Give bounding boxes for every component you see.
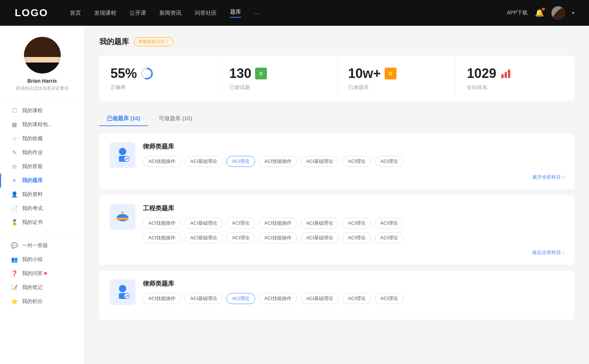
stat-banks-top: 10w+ ≡: [348, 66, 445, 81]
nav-opencourse[interactable]: 公开课: [130, 10, 146, 17]
sidebar-item-course-package[interactable]: ▦ 我的课程包...: [0, 118, 84, 132]
qbank-footer-1[interactable]: 展开全部科目 ›: [110, 174, 564, 181]
stat-questions: 130 ≡ 已做试题: [218, 56, 337, 101]
sidebar-item-qa-mine[interactable]: ⊙ 我的答疑: [0, 160, 84, 174]
tag-3-1[interactable]: ACI基础理论: [185, 293, 223, 304]
tag-3-6[interactable]: ACI理论: [375, 293, 403, 304]
engineer-icon: [110, 204, 135, 230]
user-menu-chevron[interactable]: ▾: [572, 10, 574, 15]
sidebar-item-qbank[interactable]: ≡ 我的题库: [0, 174, 84, 188]
notes-icon: 📝: [11, 284, 18, 291]
tag-2-0-0[interactable]: ACI技能操作: [143, 218, 181, 229]
stat-rank-top: 1029: [467, 66, 563, 81]
qbank-tags-row1: ACI技能操作 ACI基础理论 ACI理论 ACI技能操作 ACI基础理论 AC…: [143, 218, 564, 229]
tag-2-0-2[interactable]: ACI理论: [226, 218, 255, 229]
lawyer-icon-1: [110, 142, 135, 168]
stat-banks-value: 10w+: [348, 66, 381, 81]
qbank-body-3: 律师类题库 ACI技能操作 ACI基础理论 ACI理论 ACI技能操作 ACI基…: [143, 279, 564, 304]
app-download-button[interactable]: APP下载: [507, 10, 528, 16]
tag-2-1-0[interactable]: ACI技能操作: [143, 232, 181, 243]
sidebar-item-favorite[interactable]: ☆ 我的收藏: [0, 132, 84, 146]
nav-home[interactable]: 首页: [70, 10, 81, 17]
svg-rect-10: [117, 218, 128, 220]
tag-2-0-6[interactable]: ACI理论: [375, 218, 403, 229]
qa-notification-dot: [44, 272, 47, 275]
nav-more[interactable]: ···: [254, 10, 259, 16]
svg-point-12: [119, 285, 126, 292]
stat-questions-value: 130: [229, 66, 251, 81]
tag-2-1-3[interactable]: ACI技能操作: [259, 232, 297, 243]
tag-1-1[interactable]: ACI基础理论: [185, 156, 223, 167]
exam-icon: 📄: [11, 205, 18, 212]
svg-point-6: [119, 148, 126, 155]
tag-2-1-2[interactable]: ACI理论: [226, 232, 255, 243]
stats-row: 55% 正确率 130 ≡ 已做试题: [99, 56, 574, 101]
nav-news[interactable]: 新闻资讯: [159, 10, 181, 17]
qbank-footer-2[interactable]: 收起全部科目 ›: [110, 249, 564, 256]
navbar: LOGO 首页 发现课程 公开课 新闻资讯 问答社区 题库 ··· APP下载 …: [0, 0, 589, 26]
orange-doc-icon: ≡: [385, 68, 396, 79]
sidebar-item-label: 我的资料: [22, 191, 43, 198]
tab-available-banks[interactable]: 可做题库 (10): [151, 111, 200, 126]
donut-chart-icon: [141, 67, 153, 80]
sidebar-item-my-course[interactable]: ☐ 我的课程: [0, 104, 84, 118]
sidebar-item-label: 我的积分: [22, 298, 43, 305]
sidebar-item-1v1-qa[interactable]: 💬 一对一答疑: [0, 239, 84, 253]
tag-2-1-4[interactable]: ACI基础理论: [301, 232, 339, 243]
svg-rect-4: [508, 70, 510, 78]
sidebar-item-profile[interactable]: 👤 我的资料: [0, 188, 84, 201]
nav-discover[interactable]: 发现课程: [94, 10, 116, 17]
tag-1-2[interactable]: ACI理论: [226, 156, 255, 167]
sidebar-user-name: Brian Harris: [27, 78, 57, 84]
sidebar-item-certificate[interactable]: 🏅 我的证书: [0, 215, 84, 229]
tag-3-5[interactable]: ACI理论: [342, 293, 371, 304]
tag-2-1-1[interactable]: ACI基础理论: [185, 232, 223, 243]
tag-1-3[interactable]: ACI技能操作: [259, 156, 297, 167]
lawyer-icon-2: [110, 279, 135, 305]
user-avatar[interactable]: [551, 6, 565, 19]
tab-done-banks[interactable]: 已做题库 (10): [99, 111, 148, 126]
sidebar-item-group[interactable]: 👥 我的小组: [0, 253, 84, 267]
tag-3-4[interactable]: ACI基础理论: [301, 293, 339, 304]
tag-2-0-5[interactable]: ACI理论: [342, 218, 371, 229]
tag-2-0-3[interactable]: ACI技能操作: [259, 218, 297, 229]
sidebar-menu: ☐ 我的课程 ▦ 我的课程包... ☆ 我的收藏 ✎ 我的作业 ⊙ 我的答疑 ≡…: [0, 104, 84, 308]
donut-svg: [141, 67, 153, 80]
sidebar-item-label: 我的答疑: [22, 163, 43, 170]
stat-banks-label: 已做题库: [348, 84, 445, 91]
tag-1-4[interactable]: ACI基础理论: [301, 156, 339, 167]
stat-rank-label: 全站排名: [467, 84, 563, 91]
notification-dot: [542, 8, 545, 11]
sidebar-item-exam[interactable]: 📄 我的考试: [0, 201, 84, 215]
sidebar-item-my-qa[interactable]: ❓ 我的问答: [0, 267, 84, 281]
sidebar-item-label: 我的收藏: [22, 135, 43, 142]
notification-bell[interactable]: 🔔: [535, 8, 544, 17]
certificate-icon: 🏅: [11, 219, 18, 226]
qbank-icon: ≡: [11, 177, 18, 184]
sidebar-item-homework[interactable]: ✎ 我的作业: [0, 146, 84, 160]
tag-3-3[interactable]: ACI技能操作: [259, 293, 297, 304]
page-title: 我的题库: [99, 37, 129, 47]
trial-badge: 体验剩余23天！: [134, 37, 173, 46]
sidebar-item-notes[interactable]: 📝 我的笔记: [0, 281, 84, 295]
tag-3-0[interactable]: ACI技能操作: [143, 293, 181, 304]
red-chart-icon: [500, 68, 512, 79]
tag-2-0-1[interactable]: ACI基础理论: [185, 218, 223, 229]
tag-1-5[interactable]: ACI理论: [342, 156, 371, 167]
avatar-face: [24, 37, 61, 74]
qbank-body-2: 工程类题库 ACI技能操作 ACI基础理论 ACI理论 ACI技能操作 ACI基…: [143, 204, 564, 243]
1v1qa-icon: 💬: [11, 242, 18, 249]
qbank-card-lawyer-1: 律师类题库 ACI技能操作 ACI基础理论 ACI理论 ACI技能操作 ACI基…: [99, 133, 574, 189]
sidebar-item-points[interactable]: ⭐ 我的积分: [0, 295, 84, 308]
lawyer-svg-1: [114, 146, 131, 164]
tag-2-1-5[interactable]: ACI理论: [342, 232, 371, 243]
group-icon: 👥: [11, 256, 18, 263]
tag-1-6[interactable]: ACI理论: [375, 156, 403, 167]
tag-2-1-6[interactable]: ACI理论: [375, 232, 403, 243]
nav-qbank[interactable]: 题库: [230, 8, 241, 18]
tag-1-0[interactable]: ACI技能操作: [143, 156, 181, 167]
sidebar-item-label: 我的笔记: [22, 284, 43, 291]
tag-3-2[interactable]: ACI理论: [226, 293, 255, 304]
tag-2-0-4[interactable]: ACI基础理论: [301, 218, 339, 229]
nav-qa[interactable]: 问答社区: [195, 10, 217, 17]
